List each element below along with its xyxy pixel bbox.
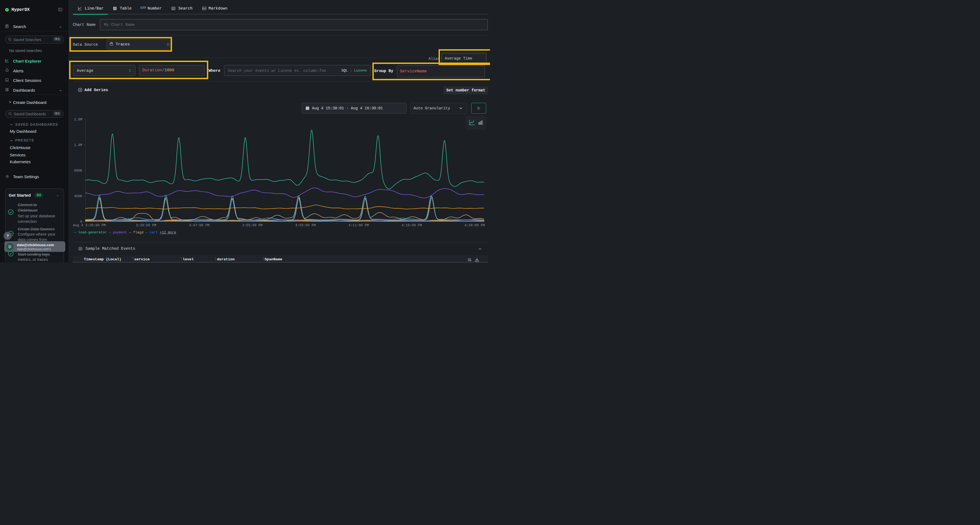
svg-text:3:47:00 PM: 3:47:00 PM (189, 224, 209, 227)
svg-text:3:55:00 PM: 3:55:00 PM (242, 224, 262, 227)
svg-text:Aug 4 3:30:00 PM: Aug 4 3:30:00 PM (73, 224, 106, 227)
svg-text:4:19:00 PM: 4:19:00 PM (401, 224, 422, 227)
svg-text:4:30:00 PM: 4:30:00 PM (465, 224, 485, 227)
svg-text:4:11:00 PM: 4:11:00 PM (348, 224, 369, 227)
svg-text:4:03:00 PM: 4:03:00 PM (295, 224, 316, 227)
svg-text:450K: 450K (74, 195, 83, 198)
svg-text:0: 0 (80, 220, 82, 224)
svg-text:3:39:00 PM: 3:39:00 PM (136, 224, 156, 227)
svg-text:1.4M: 1.4M (74, 143, 82, 147)
svg-text:900K: 900K (74, 169, 83, 173)
svg-text:1.8M: 1.8M (74, 118, 82, 122)
